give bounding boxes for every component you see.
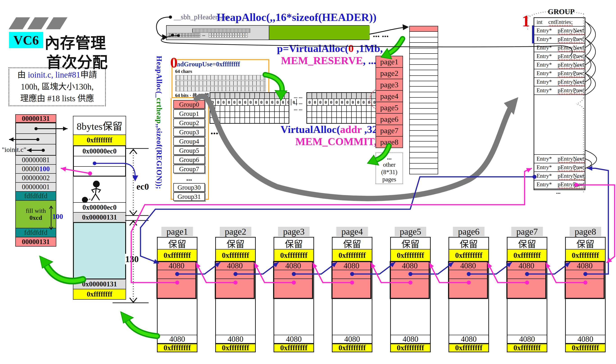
grid-zero-cell: 0 [210, 99, 216, 105]
group-bottom-rows: Entry* pEntryNext; Entry* pEntryPrev, En… [534, 154, 585, 189]
page-reserved-row: 保留 [333, 238, 372, 249]
ioinit-label: "ioinit.c" [2, 146, 26, 154]
field-type: int [536, 19, 542, 25]
grid-zero-cell: 0 [237, 99, 243, 105]
zero-cell: 0 [222, 33, 225, 37]
page-column-label: page5 [395, 227, 426, 236]
dim-130-label: 130 [125, 254, 139, 264]
page-column-label: page4 [336, 227, 368, 236]
gray-flow-arrowhead [504, 97, 518, 115]
field-name: pEntryNext; [558, 173, 586, 179]
field-type: Entry* [536, 156, 552, 162]
arrowhead [63, 126, 67, 131]
grid-zero-cell: 0 [281, 99, 286, 105]
field-name: pEntryPrev, [558, 181, 585, 188]
grid-zero-cell: 0 [232, 99, 237, 105]
page-entry-block: 4080 [215, 261, 255, 299]
page-column-label: page8 [570, 227, 601, 236]
fill-block: fill with0xcd [15, 200, 56, 228]
entry-size-row: 4080 [508, 262, 545, 270]
note-line3: 理應由 #18 lists 供應 [20, 94, 94, 103]
grid-zero-cell: 0 [329, 99, 334, 105]
green-arrowhead-icon [121, 312, 133, 323]
zero-cell: 0 [224, 33, 227, 37]
heapalloc-region-label: HeapAlloc(_crtheap,,sizeof(REGION)); [155, 56, 163, 227]
grid-zero-cell: 0 [318, 99, 323, 105]
page-stack-item: page4 [375, 90, 403, 102]
arrowhead [606, 258, 612, 263]
page-guard-row: 0xffffffff [391, 249, 430, 262]
allocated-block [73, 222, 126, 279]
grid-row [210, 118, 289, 123]
group-field-row: Entry* pEntryNext; [534, 172, 585, 181]
header-zero-cells: 000000000000000 [209, 33, 248, 37]
zero-cell: 0 [240, 33, 242, 37]
groupuse-label: indGroupUse=0xffffffff [175, 61, 240, 68]
entry-next-row [566, 270, 604, 279]
bit-row [176, 86, 266, 91]
virtualalloc-reserve-label: p=VirtualAlloc(0 ,1Mb, MEM_RESERVE, ...) [277, 42, 383, 66]
bit-row [176, 81, 266, 86]
page-bottom-rows: 4080 0xffffffff [157, 335, 198, 352]
page-guard2-row: 0xffffffff [215, 344, 256, 352]
page-guard-row: 0xffffffff [566, 249, 605, 262]
zeros-gap-dots: ... [202, 32, 205, 37]
group-field-row: Entry* pEntryNext; [534, 61, 585, 69]
zero-cell: 0 [232, 33, 235, 37]
page-bottom-rows: 4080 0xffffffff [448, 335, 489, 352]
slide-decoration-icon [46, 17, 67, 29]
page-column-label: page1 [161, 227, 193, 236]
block-size-header: 00000131 [15, 114, 56, 123]
page-column-label: page3 [278, 227, 309, 236]
committed-pages-column [409, 26, 438, 174]
page-guard-row: 0xffffffff [508, 249, 547, 262]
diagram-canvas: VC6 內存管理 首次分配 由 ioinit.c, line#81申請 100h… [0, 0, 616, 364]
grid-zero-cell: 0 [248, 99, 254, 105]
grid-zero-cell: 0 [275, 99, 281, 105]
page-stack-item: page1 [375, 56, 403, 68]
arrowhead [587, 166, 592, 170]
group-list-item: Group7 [173, 165, 205, 173]
group-struct-box: int cntEntries; Entry* pEntryNext; Entry… [534, 17, 585, 190]
value-row: 00000001 [15, 182, 56, 192]
grid-zero-cell: 0 [339, 99, 345, 105]
groupuse-zero-badge: 0 [170, 54, 178, 71]
grid-gap-dots: ... ...... ...... ... [291, 93, 306, 112]
field-name: cntEntries; [548, 19, 573, 25]
entry-next-row [158, 270, 195, 279]
value-row: 00000081 [15, 155, 56, 165]
page-column-label: page7 [511, 227, 543, 236]
group-top-rows: int cntEntries; Entry* pEntryNext; Entry… [534, 18, 585, 95]
entry-prev-row [508, 279, 545, 288]
page-bottom-rows: 4080 0xffffffff [390, 335, 431, 352]
field-type: Entry* [536, 79, 552, 85]
zero-cell: 0 [217, 33, 219, 37]
field-name: pEntryPrev, [558, 87, 585, 94]
bit-row [176, 75, 266, 80]
page-stack-item: page5 [375, 102, 403, 114]
block-column-mid: 8bytes保留 0xffffffff 0x00000ec0 0x00000ec… [73, 116, 126, 300]
note-text: 由 ioinit.c, line#81申請 [17, 70, 97, 79]
zero-cell: 0 [219, 33, 222, 37]
pages-stack: page1page2page3page4page5page6page7page8 [375, 56, 403, 148]
page-column-label: page2 [220, 227, 251, 236]
entry-next-row [333, 270, 370, 279]
entry-prev-row [333, 279, 370, 288]
field-name: pEntryNext; [558, 27, 586, 34]
guard-ffffffff-end: 0xffffffff [73, 289, 126, 300]
page-guard2-row: 0xffffffff [565, 344, 606, 352]
header-used-segment [269, 26, 370, 39]
green-arrowhead-icon [40, 256, 53, 268]
field-name: pEntryNext; [558, 45, 586, 51]
pointer-row [16, 123, 56, 134]
group-field-row: Entry* pEntryNext; [534, 155, 585, 163]
page-stack-item: page7 [375, 125, 403, 137]
group-entry-arcs [585, 22, 597, 168]
page-entry-block: 4080 [157, 261, 197, 299]
committed-top-cell [410, 26, 438, 31]
field-type: Entry* [536, 53, 552, 59]
page-size2-row: 4080 [448, 335, 489, 344]
page-entry-block: 4080 [506, 261, 547, 299]
grid-header-row [210, 93, 289, 99]
entry-size-row: 4080 [274, 262, 312, 270]
